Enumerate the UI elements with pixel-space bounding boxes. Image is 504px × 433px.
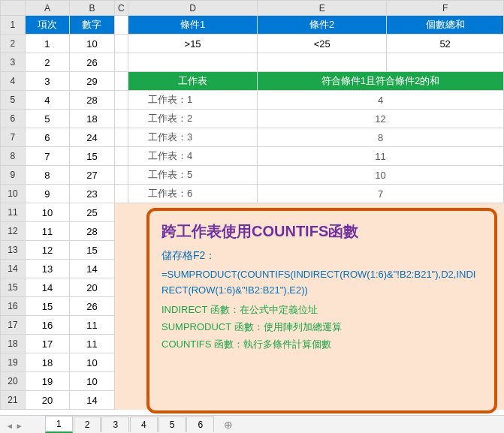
cell-data[interactable]: 10 [70,353,114,372]
sheet-tab-1[interactable]: 1 [45,416,73,433]
row-header[interactable]: 8 [1,147,26,166]
row-header[interactable]: 12 [1,222,26,241]
cell-data[interactable]: 1 [25,35,69,53]
cell-data[interactable]: 12 [25,241,69,260]
cell-data[interactable]: 4 [25,91,69,110]
cell-data[interactable]: 11 [70,335,114,353]
row-header[interactable]: 3 [1,53,26,72]
cell-blank[interactable] [128,53,258,72]
row-header[interactable]: 7 [1,128,26,147]
cell-data[interactable]: 5 [25,110,69,128]
cell-data[interactable]: 26 [70,53,114,72]
cell-sheet-label[interactable]: 工作表：3 [128,128,258,147]
cell-sheet-val[interactable]: 12 [258,110,504,128]
cell-data[interactable]: 20 [70,278,114,297]
cell-data[interactable]: 19 [25,372,69,391]
cell-data[interactable]: 11 [25,222,69,241]
row-header[interactable]: 9 [1,166,26,185]
cell-data[interactable]: 28 [70,222,114,241]
header-number[interactable]: 數字 [70,16,114,35]
cell-data[interactable]: 2 [25,53,69,72]
col-header-C[interactable]: C [114,1,128,16]
row-header[interactable]: 4 [1,72,26,91]
cell-blank[interactable] [258,53,387,72]
cell-data[interactable]: 3 [25,72,69,91]
row-header[interactable]: 18 [1,335,26,353]
header-item[interactable]: 項次 [25,16,69,35]
cell-sheet-label[interactable]: 工作表：5 [128,166,258,185]
cell-data[interactable]: 24 [70,128,114,147]
cell-blank[interactable] [114,53,128,72]
cell-blank[interactable] [114,185,128,203]
header-countsum[interactable]: 個數總和 [387,16,504,35]
cell-data[interactable]: 14 [70,260,114,278]
cell-result[interactable]: 52 [387,35,504,53]
row-header[interactable]: 10 [1,185,26,203]
cell-blank[interactable] [114,72,128,91]
cell-data[interactable]: 28 [70,91,114,110]
cell-data[interactable]: 10 [25,203,69,222]
cell-data[interactable]: 16 [25,316,69,335]
header-summatch[interactable]: 符合條件1且符合條件2的和 [258,72,504,91]
cell-data[interactable]: 18 [70,110,114,128]
sheet-tab-6[interactable]: 6 [186,416,214,432]
sheet-tab-2[interactable]: 2 [74,416,101,432]
col-header-B[interactable]: B [70,1,114,16]
cell-data[interactable]: 10 [70,35,114,53]
col-header-F[interactable]: F [387,1,504,16]
cell-blank[interactable] [114,147,128,166]
col-header-E[interactable]: E [258,1,387,16]
cell-blank[interactable] [114,35,128,53]
row-header[interactable]: 13 [1,241,26,260]
cell-sheet-val[interactable]: 4 [258,91,504,110]
cell-data[interactable]: 23 [70,185,114,203]
cell-data[interactable]: 10 [70,372,114,391]
cell-cond1[interactable]: >15 [128,35,258,53]
cell-data[interactable]: 6 [25,128,69,147]
sheet-tab-3[interactable]: 3 [101,416,129,432]
cell-sheet-label[interactable]: 工作表：1 [128,91,258,110]
row-header[interactable]: 17 [1,316,26,335]
header-cond1[interactable]: 條件1 [128,16,258,35]
cell-blank[interactable] [114,16,128,35]
cell-sheet-val[interactable]: 10 [258,166,504,185]
cell-data[interactable]: 15 [70,241,114,260]
cell-data[interactable]: 26 [70,297,114,316]
select-all-corner[interactable] [1,1,26,16]
cell-data[interactable]: 8 [25,166,69,185]
add-sheet-icon[interactable]: ⊕ [224,419,233,431]
cell-sheet-label[interactable]: 工作表：6 [128,185,258,203]
cell-data[interactable]: 9 [25,185,69,203]
cell-data[interactable]: 11 [70,316,114,335]
sheet-tab-5[interactable]: 5 [158,416,186,432]
tab-nav-icon[interactable]: ◄ ► [6,422,23,430]
cell-blank[interactable] [114,110,128,128]
row-header[interactable]: 19 [1,353,26,372]
header-cond2[interactable]: 條件2 [258,16,387,35]
cell-data[interactable]: 25 [70,203,114,222]
cell-data[interactable]: 20 [25,391,69,410]
row-header[interactable]: 6 [1,110,26,128]
row-header[interactable]: 14 [1,260,26,278]
cell-sheet-val[interactable]: 7 [258,185,504,203]
header-worksheet[interactable]: 工作表 [128,72,258,91]
row-header[interactable]: 2 [1,35,26,53]
row-header[interactable]: 5 [1,91,26,110]
row-header[interactable]: 15 [1,278,26,297]
cell-data[interactable]: 27 [70,166,114,185]
col-header-A[interactable]: A [25,1,69,16]
cell-sheet-val[interactable]: 8 [258,128,504,147]
cell-cond2[interactable]: <25 [258,35,387,53]
cell-data[interactable]: 14 [25,278,69,297]
cell-sheet-label[interactable]: 工作表：4 [128,147,258,166]
cell-sheet-label[interactable]: 工作表：2 [128,110,258,128]
cell-data[interactable]: 14 [70,391,114,410]
row-header[interactable]: 20 [1,372,26,391]
cell-data[interactable]: 29 [70,72,114,91]
col-header-D[interactable]: D [128,1,258,16]
cell-blank[interactable] [114,91,128,110]
row-header[interactable]: 21 [1,391,26,410]
cell-data[interactable]: 15 [25,297,69,316]
cell-data[interactable]: 18 [25,353,69,372]
row-header[interactable]: 16 [1,297,26,316]
